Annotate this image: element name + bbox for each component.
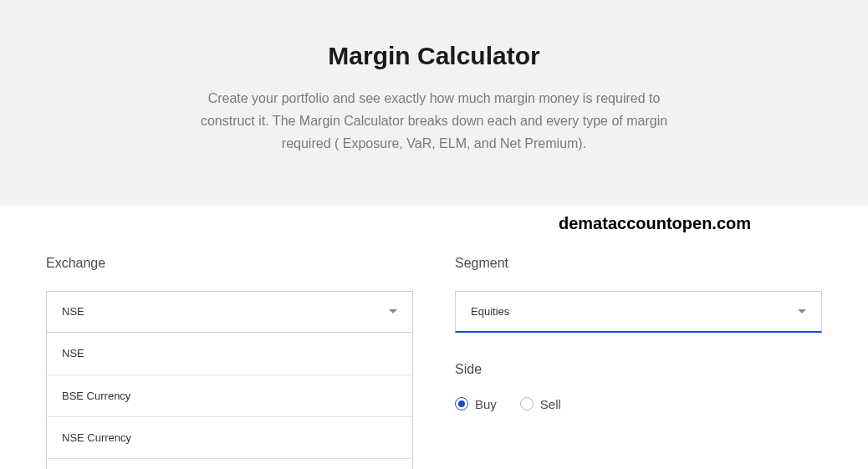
hero-banner: Margin Calculator Create your portfolio …: [0, 0, 868, 206]
exchange-column: Exchange NSE NSE BSE Currency NSE Curren…: [46, 256, 413, 469]
radio-dot-icon: [458, 400, 465, 407]
exchange-option-nse-currency[interactable]: NSE Currency: [47, 416, 412, 458]
segment-select-value: Equities: [471, 305, 798, 318]
side-label: Side: [455, 362, 822, 377]
side-group: Side Buy Sell: [455, 362, 822, 411]
segment-select[interactable]: Equities: [455, 291, 822, 333]
chevron-down-icon: [798, 309, 806, 314]
radio-icon: [455, 397, 468, 410]
side-radio-buy[interactable]: Buy: [455, 397, 497, 411]
exchange-option-nse[interactable]: NSE: [47, 333, 412, 375]
page-description: Create your portfolio and see exactly ho…: [187, 87, 681, 155]
segment-label: Segment: [455, 256, 822, 271]
exchange-option-mcx[interactable]: MCX: [47, 458, 412, 469]
radio-icon: [520, 397, 534, 410]
form-container: Exchange NSE NSE BSE Currency NSE Curren…: [0, 206, 868, 469]
side-sell-label: Sell: [540, 397, 561, 411]
exchange-label: Exchange: [46, 256, 413, 271]
exchange-select[interactable]: NSE: [46, 291, 413, 333]
watermark-text: demataccountopen.com: [559, 214, 751, 233]
page-title: Margin Calculator: [17, 42, 851, 70]
side-radio-row: Buy Sell: [455, 397, 822, 411]
side-radio-sell[interactable]: Sell: [520, 397, 561, 411]
exchange-select-value: NSE: [62, 305, 389, 318]
exchange-option-bse-currency[interactable]: BSE Currency: [47, 375, 412, 416]
exchange-dropdown-list: NSE BSE Currency NSE Currency MCX: [46, 333, 413, 469]
side-buy-label: Buy: [475, 397, 497, 411]
chevron-down-icon: [389, 309, 397, 314]
segment-side-column: Segment Equities Side Buy Sell: [455, 256, 822, 469]
